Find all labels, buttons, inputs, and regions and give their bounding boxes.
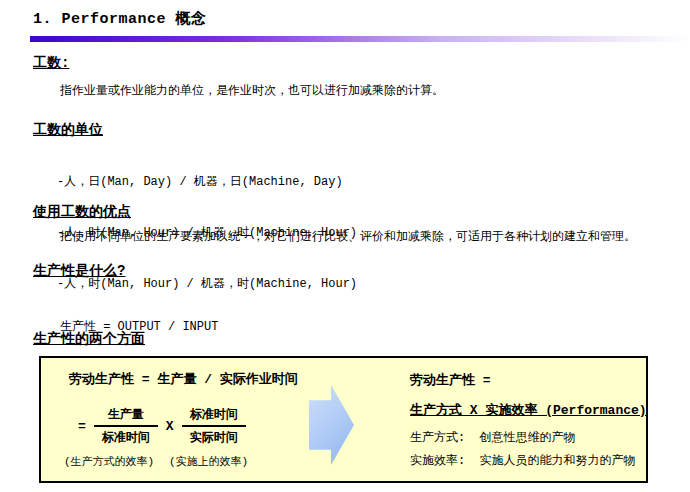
fraction-equation-row: = 生产量 标准时间 X 标准时间 实际时间 <box>70 406 246 446</box>
fraction-production-over-standard: 生产量 标准时间 <box>94 406 158 446</box>
units-list: -人，日(Man, Day) / 机器，日(Machine, Day) -人，时… <box>57 140 357 310</box>
implementation-efficiency-definition: 实施效率: 实施人员的能力和努力的产物 <box>410 452 636 469</box>
diagram-right-formula: 生产方式 X 实施效率 (Performance) <box>410 401 647 419</box>
fraction2-numerator: 标准时间 <box>182 406 246 427</box>
fraction1-denominator: 标准时间 <box>94 427 158 446</box>
heading-what-is-productivity: 生产性是什么? <box>33 262 125 280</box>
title-divider-gradient-bar <box>30 36 690 42</box>
productivity-diagram-box: 劳动生产性 = 生产量 / 实际作业时间 = 生产量 标准时间 X 标准时间 实… <box>39 356 648 483</box>
multiply-sign: X <box>158 419 182 434</box>
heading-gongshu: 工数: <box>33 54 69 72</box>
fraction1-caption: (生产方式的效率) <box>64 454 154 469</box>
page-title: 1. Performance 概念 <box>33 9 207 28</box>
fraction1-numerator: 生产量 <box>94 406 158 427</box>
fraction-standard-over-actual: 标准时间 实际时间 <box>182 406 246 446</box>
heading-benefits: 使用工数的优点 <box>33 203 131 221</box>
diagram-left-formula-title: 劳动生产性 = 生产量 / 实际作业时间 <box>69 370 298 388</box>
equals-sign: = <box>70 419 94 434</box>
fraction2-denominator: 实际时间 <box>182 427 246 446</box>
list-item: -人，日(Man, Day) / 机器，日(Machine, Day) <box>57 174 357 191</box>
right-arrow-icon <box>309 385 354 465</box>
diagram-right-title: 劳动生产性 = <box>410 371 491 389</box>
benefits-text: 把使用不同单位的生产要素加以统一，对它们进行比较、评价和加减乘除，可适用于各种计… <box>60 228 636 245</box>
slide-page: { "page": { "title": "1. Performance 概念"… <box>0 0 690 492</box>
heading-gongshu-units: 工数的单位 <box>33 121 103 139</box>
fraction2-caption: (实施上的效率) <box>169 454 248 469</box>
heading-two-aspects: 生产性的两个方面 <box>33 330 145 348</box>
production-method-definition: 生产方式: 创意性思维的产物 <box>410 429 576 446</box>
gongshu-definition-text: 指作业量或作业能力的单位，是作业时次，也可以进行加减乘除的计算。 <box>60 82 444 99</box>
